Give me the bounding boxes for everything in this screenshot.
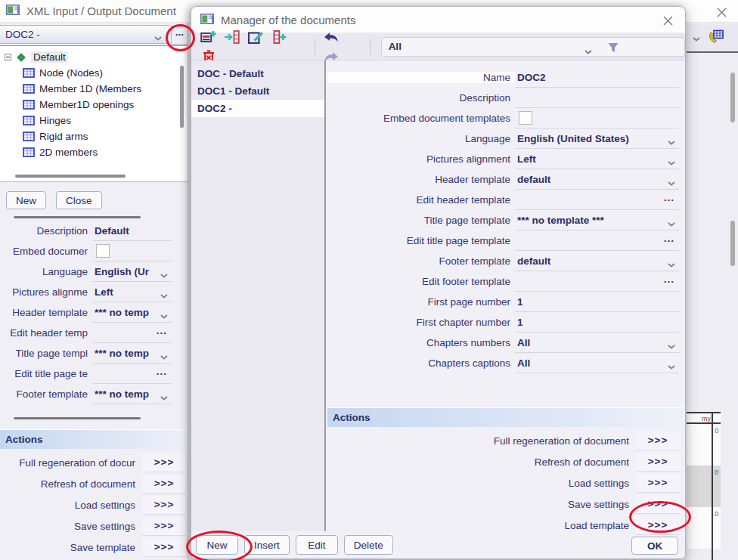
chevron-down-icon[interactable] [160, 351, 168, 362]
ellipsis-button[interactable]: ... [157, 325, 167, 336]
property-value-footer-template[interactable]: default [515, 252, 679, 271]
property-value-footer-template[interactable]: *** no temp [92, 385, 172, 404]
property-value-language[interactable]: English (Ur [92, 262, 172, 282]
chevron-down-icon[interactable] [668, 258, 675, 270]
toolbar-separator [315, 39, 315, 55]
action-button-full-regeneration-of-docur[interactable]: >>> [142, 453, 186, 472]
property-value-pictures-alignme[interactable]: Left [92, 283, 172, 302]
property-value-edit-title-page-template[interactable]: ... [515, 231, 679, 251]
property-value-language[interactable]: English (United States) [515, 129, 679, 149]
dialog-close-button[interactable] [661, 14, 674, 27]
edit-button[interactable]: Edit [296, 535, 338, 555]
edit-document-icon[interactable] [246, 27, 265, 47]
document-more-button[interactable]: ... [171, 26, 188, 45]
chevron-down-icon[interactable] [160, 269, 168, 280]
property-label: Description [327, 92, 515, 104]
property-value-description[interactable] [515, 88, 679, 108]
checkbox[interactable] [96, 244, 110, 258]
action-button-save-template[interactable]: >>> [142, 538, 186, 557]
window-close-button[interactable] [714, 5, 729, 20]
chevron-down-icon[interactable] [160, 391, 168, 403]
chevron-down-icon[interactable] [668, 360, 675, 372]
copy-document-icon[interactable] [269, 27, 289, 47]
action-label: Load settings [327, 478, 636, 489]
action-button-save-settings[interactable]: >>> [142, 517, 186, 536]
chevron-down-icon[interactable] [585, 45, 592, 57]
document-selector[interactable]: DOC2 - [0, 25, 169, 44]
property-value-edit-title-page-te[interactable]: ... [92, 364, 172, 384]
action-button-refresh-of-document[interactable]: >>> [636, 453, 680, 472]
property-value-embed-documer[interactable] [92, 242, 172, 261]
list-item-doc1-default[interactable]: DOC1 - Default [191, 82, 324, 100]
chevron-down-icon[interactable] [668, 340, 675, 351]
ellipsis-button[interactable]: ... [664, 192, 674, 203]
action-label: Load settings [0, 500, 142, 511]
tree-item-label: Rigid arms [39, 131, 88, 142]
property-value-embed-document-templates[interactable] [515, 109, 679, 128]
ellipsis-button[interactable]: ... [664, 233, 674, 244]
action-row-load-settings: Load settings>>> [327, 472, 685, 493]
action-button-load-settings[interactable]: >>> [142, 496, 186, 515]
new-button[interactable]: New [196, 535, 238, 555]
property-row-description: DescriptionDefault [0, 221, 188, 241]
chevron-down-icon[interactable] [668, 177, 675, 188]
vertical-scrollbar[interactable] [730, 221, 735, 266]
tree-horizontal-scrollbar[interactable] [15, 175, 126, 178]
tree-item-member1d-openings[interactable]: Member1D openings [0, 97, 188, 113]
list-item-doc-default[interactable]: DOC - Default [191, 65, 324, 82]
action-button-refresh-of-document[interactable]: >>> [142, 475, 186, 493]
chevron-down-icon[interactable] [160, 289, 168, 301]
filter-funnel-icon[interactable] [607, 42, 619, 55]
tree-vertical-scrollbar[interactable] [180, 66, 184, 128]
new-button[interactable]: New [6, 191, 46, 209]
property-value-edit-header-template[interactable]: ... [515, 190, 679, 210]
delete-button[interactable]: Delete [344, 535, 393, 555]
property-value-header-template[interactable]: *** no temp [92, 303, 172, 323]
property-value-title-page-templ[interactable]: *** no temp [92, 344, 172, 364]
action-button-save-settings[interactable]: >>> [636, 495, 680, 514]
checkbox[interactable] [519, 111, 532, 125]
undo-icon[interactable] [321, 27, 341, 47]
action-button-full-regeneration-of-document[interactable]: >>> [636, 432, 680, 450]
property-value-first-chapter-number[interactable]: 1 [515, 313, 679, 333]
property-value-edit-header-temp[interactable]: ... [92, 323, 172, 343]
show-table-icon[interactable] [708, 29, 724, 48]
panel-scrollbar[interactable] [14, 216, 141, 218]
chevron-down-icon[interactable] [154, 32, 162, 43]
property-value-chapters-numbers[interactable]: All [515, 333, 679, 353]
ellipsis-button[interactable]: ... [664, 274, 674, 285]
chevron-down-icon[interactable] [668, 156, 675, 168]
property-value-header-template[interactable]: default [515, 170, 679, 190]
insert-button[interactable]: Insert [244, 535, 290, 555]
filter-combobox[interactable]: All [381, 37, 685, 57]
chevron-down-icon[interactable] [693, 32, 700, 44]
tree-item-node-nodes[interactable]: Node (Nodes) [0, 65, 188, 81]
tree-item-rigid-arms[interactable]: Rigid arms [0, 128, 188, 144]
ok-button[interactable]: OK [631, 537, 678, 555]
insert-document-icon[interactable] [222, 27, 242, 47]
chevron-down-icon[interactable] [668, 218, 675, 229]
tree-item-default[interactable]: Default [0, 49, 188, 65]
new-document-icon[interactable] [199, 27, 219, 47]
ellipsis-button[interactable]: ... [157, 366, 167, 377]
tree-item-member-1d-members[interactable]: Member 1D (Members [0, 81, 188, 97]
property-value-description[interactable]: Default [92, 221, 172, 241]
close-button[interactable]: Close [56, 191, 102, 209]
property-value-pictures-alignment[interactable]: Left [515, 150, 679, 169]
action-button-load-settings[interactable]: >>> [636, 474, 680, 493]
vertical-scrollbar[interactable] [730, 73, 735, 122]
list-item-doc2[interactable]: DOC2 - [191, 100, 324, 117]
action-label: Save settings [327, 499, 636, 510]
property-value-chapters-captions[interactable]: All [515, 354, 679, 373]
chevron-down-icon[interactable] [160, 310, 168, 321]
tree-item-label: 2D members [39, 147, 98, 158]
property-value-name[interactable]: DOC2 [515, 68, 679, 88]
property-value-title-page-template[interactable]: *** no template *** [515, 211, 679, 230]
property-value-edit-footer-template[interactable]: ... [515, 272, 679, 292]
tree-item-hinges[interactable]: Hinges [0, 113, 188, 128]
grid-horizontal-scrollbar[interactable] [14, 417, 141, 419]
property-value-first-page-number[interactable]: 1 [515, 292, 679, 312]
chevron-down-icon[interactable] [668, 136, 675, 147]
expander-minus-icon[interactable] [5, 54, 11, 60]
tree-item-2d-members[interactable]: 2D members [0, 144, 188, 160]
